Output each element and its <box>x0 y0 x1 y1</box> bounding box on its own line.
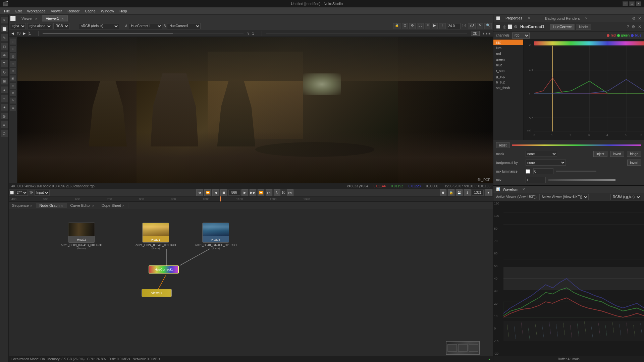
waveform-viewer-select[interactable]: Active Viewer (View::UKE)) <box>539 194 589 200</box>
hue-item-red[interactable]: red <box>493 51 523 57</box>
current-frame-input[interactable] <box>228 190 240 196</box>
menu-cache[interactable]: Cache <box>82 8 98 14</box>
y-input[interactable] <box>252 31 262 36</box>
info-btn[interactable]: ℹ <box>464 189 471 196</box>
timeline-fps-select[interactable]: 24* <box>15 190 28 196</box>
node-read2[interactable]: Read2 A021_C009_03241B_001.R3D (linear) <box>61 223 102 250</box>
tab-node-graph[interactable]: Node Graph ✕ <box>36 203 67 208</box>
view-tool-5[interactable]: ⊕ <box>10 68 16 74</box>
view-mode-btn[interactable]: 2D <box>468 23 476 29</box>
huecorrect1-box[interactable]: HueCorrect1 <box>149 265 179 274</box>
y-scrubber[interactable] <box>266 33 467 34</box>
hue-item-sat[interactable]: sat <box>493 40 523 45</box>
record-btn[interactable]: ⏺ <box>440 189 446 196</box>
frame-scrubber[interactable] <box>43 33 244 34</box>
projection-btn[interactable]: 2D <box>471 31 480 36</box>
step-fwd-btn[interactable]: ⏩ <box>258 189 264 196</box>
colorspace-select[interactable]: RGB <box>53 23 69 29</box>
tab-curve-editor[interactable]: Curve Editor ✕ <box>67 203 98 208</box>
channels-select[interactable]: rgba <box>10 23 26 29</box>
tool-brush[interactable]: ✎ <box>1 34 8 41</box>
hue-item-blue[interactable]: blue <box>493 62 523 68</box>
view-tool-9[interactable]: ✎ <box>10 97 16 104</box>
fps-input[interactable] <box>447 23 461 29</box>
timeline-input-select[interactable]: Input <box>35 190 50 196</box>
hue-item-lum[interactable]: lum <box>493 45 523 51</box>
tool-node[interactable]: ⬡ <box>1 130 8 137</box>
input-a-select[interactable]: HueCorrect1 <box>129 23 162 29</box>
minimize-button[interactable]: − <box>623 1 628 6</box>
pause-btn[interactable]: ⏸ <box>439 23 446 29</box>
mix-lum-input[interactable] <box>533 168 553 174</box>
tool-crop[interactable]: ⊞ <box>1 77 8 85</box>
invert-button[interactable]: invert <box>610 151 624 157</box>
close-button[interactable]: ✕ <box>636 1 641 6</box>
frame-input[interactable] <box>29 31 39 36</box>
view-tool-8[interactable]: ⚙ <box>10 90 16 97</box>
node-viewer1[interactable]: Viewer1 <box>142 289 172 297</box>
mix-lum-checkbox[interactable] <box>526 169 530 174</box>
tool-plus[interactable]: + <box>1 95 8 102</box>
reset-button[interactable]: reset <box>496 142 509 148</box>
view-tool-7[interactable]: ≡ <box>10 82 16 89</box>
tab-viewer1[interactable]: Viewer1 ✕ <box>42 15 68 21</box>
tool-layers[interactable]: ≡ <box>1 121 8 128</box>
node-read3[interactable]: Read3 A021_C040_0324PF_001.R3D (linear) <box>195 223 237 250</box>
tab-viewer-close[interactable]: ✕ <box>35 17 38 20</box>
compare-btn[interactable]: ⊡ <box>402 23 408 29</box>
view-btn[interactable]: ≡ <box>425 23 430 29</box>
hue-item-gsup[interactable]: g_sup <box>493 74 523 79</box>
fringe-button[interactable]: fringe <box>627 151 641 157</box>
cache-btn[interactable]: 💾 <box>456 189 463 196</box>
node-color-icon[interactable]: ◎ <box>503 24 506 29</box>
props-settings-icon[interactable]: ⚙ <box>632 24 635 29</box>
tool-wand[interactable]: ✦ <box>1 104 8 111</box>
view-tool-3[interactable]: ◎ <box>10 53 16 60</box>
end-frame-input[interactable] <box>472 190 484 196</box>
waveform-color-select[interactable]: RGBA (r,g,b,a) <box>610 194 641 200</box>
zoom-btn[interactable]: 🔍 <box>484 23 492 29</box>
bg-renders-close-icon[interactable]: ✕ <box>585 16 588 20</box>
tab-background-renders[interactable]: Background Renders <box>542 16 582 21</box>
mask-select[interactable]: none <box>526 151 557 157</box>
play-back-btn[interactable]: ◀ <box>212 189 219 196</box>
node-read1[interactable]: Read1 A021_C024_0324I5_001.R3D (linear) <box>136 223 176 250</box>
node-settings-icon[interactable]: ⚙ <box>514 24 518 29</box>
menu-render[interactable]: Render <box>65 8 82 14</box>
waveform-close-icon[interactable]: ✕ <box>522 187 525 191</box>
tab-viewer[interactable]: Viewer ✕ <box>18 15 41 21</box>
menu-workspace[interactable]: Workspace <box>24 8 48 14</box>
lut-select[interactable]: sRGB (default) <box>79 23 119 29</box>
view-tool-10[interactable]: ◉ <box>10 105 16 111</box>
collapse-btn[interactable]: ▼ <box>485 189 492 196</box>
menu-edit[interactable]: Edit <box>13 8 24 14</box>
menu-viewer[interactable]: Viewer <box>48 8 65 14</box>
step-back-btn[interactable]: ⏪ <box>204 189 211 196</box>
hue-chart-svg[interactable]: 2 1.5 1 0.5 sat <box>524 40 644 140</box>
playhead[interactable] <box>220 196 221 201</box>
tool-clone[interactable]: ⊕ <box>1 51 8 59</box>
tab-dope-sheet[interactable]: Dope Sheet ✕ <box>98 203 128 208</box>
tab-node[interactable]: Node <box>576 24 591 30</box>
mix-slider[interactable] <box>548 179 615 181</box>
full-btn[interactable]: ⛶ <box>417 23 424 29</box>
mix-lum-slider[interactable] <box>556 171 596 172</box>
tool-text[interactable]: T <box>1 60 8 67</box>
premult-invert-button[interactable]: invert <box>627 160 641 166</box>
view-tool-1[interactable]: ↕ <box>10 38 16 45</box>
hue-item-rsup[interactable]: r_sup <box>493 68 523 74</box>
menu-file[interactable]: File <box>1 8 13 14</box>
play-btn[interactable]: ▶ <box>432 23 438 29</box>
lock-range-btn[interactable]: 🔒 <box>448 189 454 196</box>
go-start-btn[interactable]: ⏮ <box>196 189 203 196</box>
play-fwd-btn[interactable]: ▶ <box>241 189 248 196</box>
help-icon[interactable]: ? <box>627 24 629 29</box>
tool-eye[interactable]: ◎ <box>1 112 8 120</box>
skip-btn[interactable]: ⏭ <box>287 189 293 196</box>
view-tool-2[interactable]: ⊞ <box>10 46 16 52</box>
lock-btn[interactable]: 🔒 <box>393 23 400 29</box>
tool-marquee[interactable]: ⬜ <box>1 25 8 33</box>
props-close-btn[interactable]: ✕ <box>638 24 641 29</box>
hue-item-bsup[interactable]: b_sup <box>493 79 523 85</box>
tool-color[interactable]: ● <box>1 86 8 94</box>
